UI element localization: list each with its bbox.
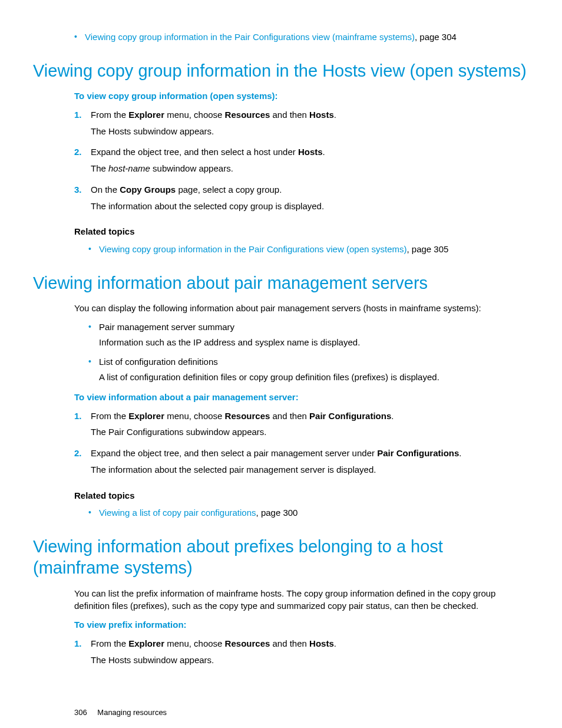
step-text: From the Explorer menu, choose Resources…: [91, 108, 529, 121]
related-topic-link[interactable]: Viewing a list of copy pair configuratio…: [99, 508, 256, 518]
procedure-title: To view copy group information (open sys…: [74, 90, 529, 103]
step-result: The Hosts subwindow appears.: [91, 125, 529, 138]
list-item-desc: Information such as the IP address and s…: [99, 336, 529, 349]
step-number: 1.: [74, 637, 91, 650]
step-result: The information about the selected copy …: [91, 200, 529, 213]
intro-paragraph: You can list the prefix information of m…: [74, 587, 529, 613]
step-number: 1.: [74, 410, 91, 423]
bullet-icon: •: [88, 506, 99, 519]
bullet-icon: •: [74, 31, 85, 44]
list-item: • List of configuration definitions: [88, 355, 529, 368]
step-row: 2. Expand the object tree, and then sele…: [74, 447, 529, 460]
cross-ref-link[interactable]: Viewing copy group information in the Pa…: [85, 32, 415, 42]
list-item-text: List of configuration definitions: [99, 355, 529, 368]
step-result: The Hosts subwindow appears.: [91, 654, 529, 667]
top-cross-ref: • Viewing copy group information in the …: [74, 31, 529, 44]
step-row: 1. From the Explorer menu, choose Resour…: [74, 637, 529, 650]
related-topics-heading: Related topics: [74, 489, 529, 502]
list-item-text: Pair management server summary: [99, 321, 529, 334]
step-text: From the Explorer menu, choose Resources…: [91, 410, 529, 423]
related-topic-item: • Viewing a list of copy pair configurat…: [88, 506, 529, 519]
heading-prefixes: Viewing information about prefixes belon…: [33, 536, 529, 579]
step-result: The host-name subwindow appears.: [91, 162, 529, 175]
procedure-title: To view information about a pair managem…: [74, 391, 529, 404]
step-number: 2.: [74, 146, 91, 159]
page-footer: 306 Managing resources: [74, 707, 529, 719]
step-row: 1. From the Explorer menu, choose Resour…: [74, 410, 529, 423]
related-topic-suffix: , page 300: [256, 508, 298, 518]
related-topic-suffix: , page 305: [406, 244, 448, 254]
step-number: 3.: [74, 183, 91, 196]
footer-title: Managing resources: [97, 708, 167, 717]
related-topic-item: • Viewing copy group information in the …: [88, 243, 529, 256]
step-result: The Pair Configurations subwindow appear…: [91, 426, 529, 439]
step-row: 2. Expand the object tree, and then sele…: [74, 146, 529, 159]
bullet-icon: •: [88, 321, 99, 334]
step-text: From the Explorer menu, choose Resources…: [91, 637, 529, 650]
cross-ref-suffix: , page 304: [415, 32, 457, 42]
cross-ref-body: Viewing copy group information in the Pa…: [85, 31, 529, 44]
step-row: 3. On the Copy Groups page, select a cop…: [74, 183, 529, 196]
step-text: Expand the object tree, and then select …: [91, 146, 529, 159]
step-row: 1. From the Explorer menu, choose Resour…: [74, 108, 529, 121]
step-text: On the Copy Groups page, select a copy g…: [91, 183, 529, 196]
heading-hosts-view: Viewing copy group information in the Ho…: [33, 60, 529, 81]
list-item-desc: A list of configuration definition files…: [99, 371, 529, 384]
related-topics-heading: Related topics: [74, 225, 529, 238]
bullet-icon: •: [88, 355, 99, 368]
page-number: 306: [74, 708, 87, 717]
intro-paragraph: You can display the following informatio…: [74, 302, 529, 315]
related-topic-link[interactable]: Viewing copy group information in the Pa…: [99, 244, 406, 254]
step-result: The information about the selected pair …: [91, 463, 529, 476]
step-text: Expand the object tree, and then select …: [91, 447, 529, 460]
procedure-title: To view prefix information:: [74, 618, 529, 631]
step-number: 2.: [74, 447, 91, 460]
step-number: 1.: [74, 108, 91, 121]
heading-pair-mgmt-servers: Viewing information about pair managemen…: [33, 272, 529, 294]
bullet-icon: •: [88, 243, 99, 256]
list-item: • Pair management server summary: [88, 321, 529, 334]
